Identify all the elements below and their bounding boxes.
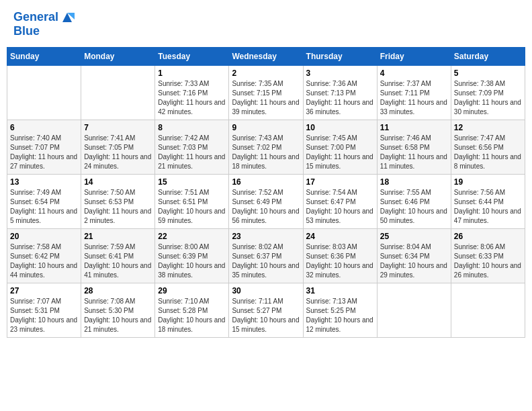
day-number: 13 [10, 177, 78, 187]
calendar-cell: 29Sunrise: 7:10 AMSunset: 5:28 PMDayligh… [155, 283, 229, 337]
calendar-cell: 3Sunrise: 7:36 AMSunset: 7:13 PMDaylight… [303, 65, 377, 120]
day-info: Sunrise: 7:45 AMSunset: 7:00 PMDaylight:… [306, 134, 374, 171]
calendar-cell: 19Sunrise: 7:56 AMSunset: 6:44 PMDayligh… [451, 174, 525, 228]
weekday-header-wednesday: Wednesday [229, 47, 303, 65]
day-info: Sunrise: 7:38 AMSunset: 7:09 PMDaylight:… [454, 79, 522, 117]
calendar-cell: 22Sunrise: 8:00 AMSunset: 6:39 PMDayligh… [155, 228, 229, 283]
day-info: Sunrise: 7:07 AMSunset: 5:31 PMDaylight:… [10, 297, 78, 334]
day-number: 10 [306, 123, 374, 132]
calendar-cell: 31Sunrise: 7:13 AMSunset: 5:25 PMDayligh… [303, 283, 377, 337]
day-number: 7 [84, 123, 152, 132]
day-number: 6 [10, 123, 78, 132]
day-info: Sunrise: 7:36 AMSunset: 7:13 PMDaylight:… [306, 79, 374, 117]
day-info: Sunrise: 7:35 AMSunset: 7:15 PMDaylight:… [232, 79, 300, 117]
calendar-cell [377, 283, 451, 337]
week-row-3: 13Sunrise: 7:49 AMSunset: 6:54 PMDayligh… [7, 174, 525, 228]
day-number: 24 [306, 232, 374, 241]
calendar-cell: 1Sunrise: 7:33 AMSunset: 7:16 PMDaylight… [155, 65, 229, 120]
calendar-cell: 27Sunrise: 7:07 AMSunset: 5:31 PMDayligh… [7, 283, 81, 337]
calendar-cell: 2Sunrise: 7:35 AMSunset: 7:15 PMDaylight… [229, 65, 303, 120]
day-number: 25 [380, 232, 448, 241]
calendar-cell [451, 283, 525, 337]
day-info: Sunrise: 8:00 AMSunset: 6:39 PMDaylight:… [158, 242, 226, 280]
day-number: 8 [158, 123, 226, 132]
logo-icon [60, 10, 75, 25]
day-info: Sunrise: 7:50 AMSunset: 6:53 PMDaylight:… [84, 188, 152, 226]
day-number: 15 [158, 177, 226, 187]
logo-text: General [13, 11, 58, 24]
logo: General Blue [13, 10, 75, 38]
day-info: Sunrise: 7:41 AMSunset: 7:05 PMDaylight:… [84, 134, 152, 171]
day-info: Sunrise: 8:02 AMSunset: 6:37 PMDaylight:… [232, 242, 300, 280]
day-number: 2 [232, 68, 300, 78]
day-number: 11 [380, 123, 448, 132]
day-info: Sunrise: 7:55 AMSunset: 6:46 PMDaylight:… [380, 188, 448, 226]
calendar-cell: 17Sunrise: 7:54 AMSunset: 6:47 PMDayligh… [303, 174, 377, 228]
day-number: 26 [454, 232, 522, 241]
calendar-cell [81, 65, 155, 120]
day-info: Sunrise: 7:42 AMSunset: 7:03 PMDaylight:… [158, 134, 226, 171]
weekday-header-monday: Monday [81, 47, 155, 65]
calendar-cell: 5Sunrise: 7:38 AMSunset: 7:09 PMDaylight… [451, 65, 525, 120]
calendar-cell: 13Sunrise: 7:49 AMSunset: 6:54 PMDayligh… [7, 174, 81, 228]
page-header: General Blue [7, 7, 525, 42]
calendar-cell: 12Sunrise: 7:47 AMSunset: 6:56 PMDayligh… [451, 120, 525, 174]
calendar-cell: 25Sunrise: 8:04 AMSunset: 6:34 PMDayligh… [377, 228, 451, 283]
day-number: 9 [232, 123, 300, 132]
day-number: 18 [380, 177, 448, 187]
day-info: Sunrise: 7:13 AMSunset: 5:25 PMDaylight:… [306, 297, 374, 334]
day-info: Sunrise: 7:58 AMSunset: 6:42 PMDaylight:… [10, 242, 78, 280]
day-info: Sunrise: 7:43 AMSunset: 7:02 PMDaylight:… [232, 134, 300, 171]
day-info: Sunrise: 7:54 AMSunset: 6:47 PMDaylight:… [306, 188, 374, 226]
weekday-header-thursday: Thursday [303, 47, 377, 65]
day-number: 21 [84, 232, 152, 241]
day-info: Sunrise: 7:56 AMSunset: 6:44 PMDaylight:… [454, 188, 522, 226]
day-number: 27 [10, 286, 78, 295]
calendar-cell: 16Sunrise: 7:52 AMSunset: 6:49 PMDayligh… [229, 174, 303, 228]
day-number: 29 [158, 286, 226, 295]
calendar-cell: 4Sunrise: 7:37 AMSunset: 7:11 PMDaylight… [377, 65, 451, 120]
day-info: Sunrise: 7:11 AMSunset: 5:27 PMDaylight:… [232, 297, 300, 334]
day-number: 17 [306, 177, 374, 187]
calendar-cell: 8Sunrise: 7:42 AMSunset: 7:03 PMDaylight… [155, 120, 229, 174]
calendar-cell: 18Sunrise: 7:55 AMSunset: 6:46 PMDayligh… [377, 174, 451, 228]
weekday-header-row: SundayMondayTuesdayWednesdayThursdayFrid… [7, 47, 525, 65]
day-number: 4 [380, 68, 448, 78]
calendar-cell: 24Sunrise: 8:03 AMSunset: 6:36 PMDayligh… [303, 228, 377, 283]
calendar-cell: 9Sunrise: 7:43 AMSunset: 7:02 PMDaylight… [229, 120, 303, 174]
day-info: Sunrise: 7:37 AMSunset: 7:11 PMDaylight:… [380, 79, 448, 117]
day-info: Sunrise: 7:10 AMSunset: 5:28 PMDaylight:… [158, 297, 226, 334]
weekday-header-sunday: Sunday [7, 47, 81, 65]
day-info: Sunrise: 7:40 AMSunset: 7:07 PMDaylight:… [10, 134, 78, 171]
logo-text-blue: Blue [13, 25, 40, 38]
day-number: 31 [306, 286, 374, 295]
week-row-5: 27Sunrise: 7:07 AMSunset: 5:31 PMDayligh… [7, 283, 525, 337]
calendar-table: SundayMondayTuesdayWednesdayThursdayFrid… [7, 47, 525, 338]
calendar-cell [7, 65, 81, 120]
day-info: Sunrise: 7:08 AMSunset: 5:30 PMDaylight:… [84, 297, 152, 334]
day-number: 5 [454, 68, 522, 78]
day-number: 16 [232, 177, 300, 187]
calendar-cell: 6Sunrise: 7:40 AMSunset: 7:07 PMDaylight… [7, 120, 81, 174]
day-info: Sunrise: 7:47 AMSunset: 6:56 PMDaylight:… [454, 134, 522, 171]
day-number: 30 [232, 286, 300, 295]
calendar-cell: 20Sunrise: 7:58 AMSunset: 6:42 PMDayligh… [7, 228, 81, 283]
day-number: 20 [10, 232, 78, 241]
calendar-cell: 21Sunrise: 7:59 AMSunset: 6:41 PMDayligh… [81, 228, 155, 283]
day-info: Sunrise: 7:59 AMSunset: 6:41 PMDaylight:… [84, 242, 152, 280]
calendar-cell: 10Sunrise: 7:45 AMSunset: 7:00 PMDayligh… [303, 120, 377, 174]
day-number: 28 [84, 286, 152, 295]
weekday-header-tuesday: Tuesday [155, 47, 229, 65]
day-info: Sunrise: 8:03 AMSunset: 6:36 PMDaylight:… [306, 242, 374, 280]
weekday-header-friday: Friday [377, 47, 451, 65]
day-info: Sunrise: 7:51 AMSunset: 6:51 PMDaylight:… [158, 188, 226, 226]
day-number: 12 [454, 123, 522, 132]
calendar-cell: 28Sunrise: 7:08 AMSunset: 5:30 PMDayligh… [81, 283, 155, 337]
calendar-cell: 15Sunrise: 7:51 AMSunset: 6:51 PMDayligh… [155, 174, 229, 228]
day-info: Sunrise: 7:46 AMSunset: 6:58 PMDaylight:… [380, 134, 448, 171]
day-info: Sunrise: 8:04 AMSunset: 6:34 PMDaylight:… [380, 242, 448, 280]
calendar-cell: 7Sunrise: 7:41 AMSunset: 7:05 PMDaylight… [81, 120, 155, 174]
day-number: 22 [158, 232, 226, 241]
day-number: 19 [454, 177, 522, 187]
day-number: 14 [84, 177, 152, 187]
